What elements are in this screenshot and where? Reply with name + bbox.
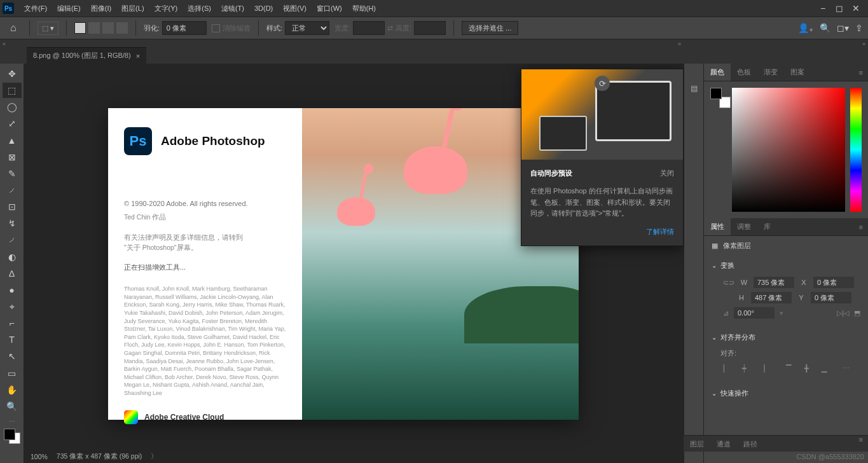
document-tab[interactable]: 8.png @ 100% (图层 1, RGB/8) ×: [27, 47, 146, 64]
history-panel-icon[interactable]: ▤: [687, 81, 701, 95]
libraries-tab[interactable]: 库: [757, 218, 777, 235]
menu-file[interactable]: 文件(F): [19, 1, 52, 16]
select-and-mask-button[interactable]: 选择并遮住 ...: [462, 21, 518, 35]
close-icon[interactable]: ✕: [851, 4, 860, 13]
align-left-icon[interactable]: ▏: [719, 362, 733, 375]
document-tab-close-icon[interactable]: ×: [136, 52, 140, 60]
type-tool[interactable]: T: [3, 332, 22, 347]
foreground-color-swatch[interactable]: [4, 429, 15, 440]
transform-section-header[interactable]: 变换: [712, 261, 860, 270]
notification-close-button[interactable]: 关闭: [660, 169, 674, 178]
ps-app-icon: Ps: [3, 3, 14, 14]
color-panel-menu-icon[interactable]: ≡: [854, 69, 868, 76]
menu-3d[interactable]: 3D(D): [249, 2, 278, 15]
menu-view[interactable]: 视图(V): [278, 1, 312, 16]
notification-learn-more-link[interactable]: 了解详情: [530, 227, 674, 237]
flip-horizontal-icon[interactable]: ▷|◁: [837, 309, 849, 317]
link-wh-icon[interactable]: ⊂⊃: [723, 279, 734, 287]
history-brush-tool[interactable]: ⟋: [3, 232, 22, 247]
object-select-tool[interactable]: ⤢: [3, 116, 22, 131]
height-value-input[interactable]: [751, 292, 792, 303]
menu-edit[interactable]: 编辑(E): [52, 1, 86, 16]
menu-image[interactable]: 图像(I): [86, 1, 116, 16]
y-value-input[interactable]: [811, 292, 851, 303]
cloud-docs-icon[interactable]: 👤₊: [798, 23, 813, 33]
menu-help[interactable]: 帮助(H): [347, 1, 381, 16]
canvas-area[interactable]: Ps Adobe Photoshop © 1990-2020 Adobe. Al…: [24, 64, 684, 463]
dodge-tool[interactable]: ⌖: [3, 299, 22, 314]
selmode-subtract-icon[interactable]: [102, 22, 114, 34]
hue-slider[interactable]: [850, 88, 862, 212]
eraser-tool[interactable]: ◐: [3, 249, 22, 265]
share-icon[interactable]: ⇪: [855, 23, 863, 33]
search-icon[interactable]: 🔍: [820, 23, 830, 33]
layers-tab[interactable]: 图层: [684, 436, 710, 452]
rectangle-tool[interactable]: ▭: [3, 366, 22, 381]
properties-tab[interactable]: 属性: [704, 218, 731, 235]
channels-tab[interactable]: 通道: [710, 436, 737, 452]
paths-tab[interactable]: 路径: [737, 436, 764, 452]
align-section-header[interactable]: 对齐并分布: [712, 333, 860, 342]
align-bottom-icon[interactable]: ▁: [817, 362, 831, 375]
selmode-intersect-icon[interactable]: [116, 22, 128, 34]
crop-tool[interactable]: ▲: [3, 133, 22, 148]
minimize-icon[interactable]: −: [818, 4, 827, 13]
zoom-tool[interactable]: 🔍: [3, 399, 22, 414]
color-field[interactable]: [732, 88, 845, 212]
menu-layer[interactable]: 图层(L): [116, 1, 149, 16]
workspace-icon[interactable]: ◻▾: [837, 23, 849, 33]
brush-tool[interactable]: ⊡: [3, 199, 22, 214]
home-icon[interactable]: ⌂: [5, 22, 22, 34]
adjustments-tab[interactable]: 调整: [731, 218, 757, 235]
align-more-icon[interactable]: ⋯: [839, 362, 853, 375]
selmode-add-icon[interactable]: [88, 22, 100, 34]
stamp-tool[interactable]: ↯: [3, 216, 22, 231]
layers-panel-menu-icon[interactable]: ≡: [854, 436, 868, 452]
color-swatches[interactable]: [4, 429, 20, 444]
panel-fg-swatch[interactable]: [710, 88, 722, 99]
menu-filter[interactable]: 滤镜(T): [216, 1, 249, 16]
menu-window[interactable]: 窗口(W): [312, 1, 347, 16]
properties-panel-menu-icon[interactable]: ≡: [854, 223, 868, 231]
tool-more-icon[interactable]: ⋯: [9, 418, 15, 425]
menu-select[interactable]: 选择(S): [183, 1, 216, 16]
status-more-icon[interactable]: 〉: [151, 452, 158, 461]
splash-credits: Thomas Knoll, John Knoll, Mark Hamburg, …: [124, 285, 286, 397]
pen-tool[interactable]: ⌐: [3, 315, 22, 331]
path-select-tool[interactable]: ↖: [3, 349, 22, 364]
collapse-left-icon[interactable]: «: [3, 41, 6, 47]
blur-tool[interactable]: ●: [3, 282, 22, 298]
feather-input[interactable]: [162, 21, 207, 35]
gradient-tool[interactable]: ∆: [3, 266, 22, 281]
healing-tool[interactable]: ⟋: [3, 183, 22, 198]
style-select[interactable]: 正常: [285, 21, 329, 35]
align-right-icon[interactable]: ▕: [755, 362, 769, 375]
angle-dropdown-icon[interactable]: ▾: [780, 309, 783, 317]
width-value-input[interactable]: [754, 277, 794, 288]
patterns-tab[interactable]: 图案: [784, 64, 811, 81]
collapse-panels-icon[interactable]: »: [862, 41, 865, 47]
hand-tool[interactable]: ✋: [3, 382, 22, 397]
eyedropper-tool[interactable]: ✎: [3, 166, 22, 181]
collapse-right-icon[interactable]: »: [678, 41, 681, 47]
frame-tool[interactable]: ⊠: [3, 149, 22, 165]
align-vcenter-icon[interactable]: ╋: [799, 362, 813, 375]
marquee-tool-indicator[interactable]: ⬚ ▾: [38, 22, 59, 35]
align-hcenter-icon[interactable]: ┿: [737, 362, 751, 375]
document-dimensions[interactable]: 735 像素 x 487 像素 (96 ppi): [57, 452, 142, 461]
marquee-tool[interactable]: ⬚: [3, 83, 22, 98]
zoom-level[interactable]: 100%: [31, 453, 48, 460]
move-tool[interactable]: ✥: [3, 66, 22, 81]
lasso-tool[interactable]: ◯: [3, 99, 22, 114]
maximize-icon[interactable]: ◻: [835, 4, 844, 13]
menu-type[interactable]: 文字(Y): [149, 1, 183, 16]
angle-input[interactable]: [734, 307, 775, 319]
swatches-tab[interactable]: 色板: [731, 64, 757, 81]
flip-vertical-icon[interactable]: ⬒: [854, 309, 860, 317]
gradients-tab[interactable]: 渐变: [757, 64, 784, 81]
selmode-new-icon[interactable]: [74, 22, 86, 34]
align-top-icon[interactable]: ▔: [782, 362, 796, 375]
x-value-input[interactable]: [813, 277, 854, 288]
color-tab[interactable]: 颜色: [704, 64, 731, 81]
quick-actions-section-header[interactable]: 快速操作: [712, 389, 860, 398]
